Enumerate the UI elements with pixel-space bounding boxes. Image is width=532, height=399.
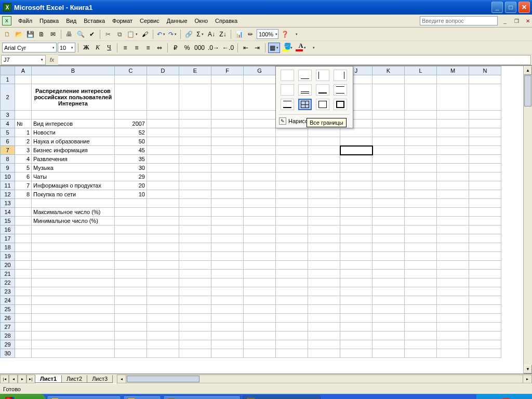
cut-icon[interactable]: ✂	[103, 29, 113, 39]
cell[interactable]: Вид интересов	[32, 119, 115, 128]
worksheet-grid[interactable]: A B C D E F G H I J K L M N 1 2 Распреде…	[0, 65, 532, 374]
column-headers[interactable]: A B C D E F G H I J K L M N	[1, 66, 501, 75]
menu-insert[interactable]: Вставка	[80, 16, 109, 25]
row-header[interactable]: 6	[1, 137, 15, 146]
cell[interactable]: 3	[15, 146, 32, 155]
row-header[interactable]: 11	[1, 181, 15, 190]
row-header[interactable]: 10	[1, 172, 15, 181]
cell[interactable]: Распределение интересов российских польз…	[32, 84, 115, 111]
window-maximize-button[interactable]: □	[505, 2, 516, 13]
print-icon[interactable]: 🖶	[64, 29, 74, 39]
row-header[interactable]: 16	[1, 225, 15, 234]
row-header[interactable]: 2	[1, 84, 15, 111]
mdi-close[interactable]: ✕	[524, 17, 532, 24]
align-left-icon[interactable]: ≡	[120, 43, 130, 53]
border-right-icon[interactable]	[334, 70, 347, 81]
row-header[interactable]: 20	[1, 261, 15, 270]
cell[interactable]: 29	[115, 172, 147, 181]
cell[interactable]: 8	[15, 190, 32, 199]
menu-tools[interactable]: Сервис	[136, 16, 163, 25]
open-icon[interactable]: 📂	[14, 29, 24, 39]
permission-icon[interactable]: 🗎	[36, 29, 47, 39]
cell[interactable]: 2007	[115, 119, 147, 128]
mdi-restore[interactable]: ❐	[512, 17, 521, 24]
col-header[interactable]: D	[147, 66, 179, 75]
row-header[interactable]: 26	[1, 314, 15, 323]
col-header[interactable]: B	[32, 66, 115, 75]
scroll-up-icon[interactable]: ▲	[524, 66, 532, 75]
percent-icon[interactable]: %	[182, 43, 192, 53]
row-header[interactable]: 30	[1, 349, 15, 358]
cell[interactable]: 10	[115, 190, 147, 199]
border-none-icon[interactable]	[281, 70, 294, 81]
row-header[interactable]: 15	[1, 217, 15, 225]
row-header[interactable]: 23	[1, 287, 15, 296]
menu-help[interactable]: Справка	[211, 16, 241, 25]
cell[interactable]: 4	[15, 155, 32, 164]
email-icon[interactable]: ✉	[48, 29, 58, 39]
scroll-thumb[interactable]	[524, 75, 531, 107]
row-header[interactable]: 28	[1, 331, 15, 340]
col-header[interactable]: E	[179, 66, 211, 75]
copy-icon[interactable]: ⧉	[114, 29, 125, 39]
align-right-icon[interactable]: ≡	[143, 43, 153, 53]
tab-next-icon[interactable]: ▸	[18, 375, 26, 383]
sheet-tab[interactable]: Лист3	[87, 375, 113, 383]
menu-format[interactable]: Формат	[109, 16, 136, 25]
row-header[interactable]: 14	[1, 208, 15, 217]
border-outside-icon[interactable]	[316, 99, 329, 110]
menu-data[interactable]: Данные	[163, 16, 191, 25]
undo-icon[interactable]: ↶▾	[156, 29, 166, 39]
cell[interactable]: 5	[15, 164, 32, 172]
chart-wizard-icon[interactable]: 📊	[234, 29, 244, 39]
scroll-down-icon[interactable]: ▼	[524, 365, 532, 374]
cell[interactable]: Новости	[32, 128, 115, 137]
row-header[interactable]: 1	[1, 75, 15, 84]
currency-icon[interactable]: ₽	[170, 43, 181, 53]
window-close-button[interactable]: ✕	[518, 2, 530, 13]
col-header[interactable]: M	[437, 66, 469, 75]
sheet-tab[interactable]: Лист1	[35, 375, 62, 383]
row-header[interactable]: 18	[1, 243, 15, 252]
row-header[interactable]: 27	[1, 323, 15, 331]
tab-first-icon[interactable]: |◂	[0, 375, 9, 383]
row-header[interactable]: 19	[1, 252, 15, 261]
cell[interactable]: 7	[15, 181, 32, 190]
row-header[interactable]: 4	[1, 119, 15, 128]
font-color-button[interactable]: A▾	[295, 43, 307, 53]
border-thick-box-icon[interactable]	[334, 99, 347, 110]
cell[interactable]: Покупка по сети	[32, 190, 115, 199]
drawing-icon[interactable]: ✏	[245, 29, 256, 39]
active-cell[interactable]	[340, 146, 373, 155]
system-tray[interactable]: RU K 16:13	[476, 394, 532, 399]
border-bottom-icon[interactable]	[298, 70, 312, 81]
border-left-icon[interactable]	[316, 70, 329, 81]
italic-icon[interactable]: К	[92, 43, 103, 53]
col-header[interactable]: L	[405, 66, 437, 75]
border-bottom-double-icon[interactable]	[298, 84, 312, 96]
row-header[interactable]: 12	[1, 190, 15, 199]
taskbar-item[interactable]: Работа	[123, 395, 161, 399]
spelling-icon[interactable]: ✔	[87, 29, 97, 39]
tab-prev-icon[interactable]: ◂	[9, 375, 18, 383]
cell[interactable]: 2	[15, 137, 32, 146]
scroll-right-icon[interactable]: ▸	[523, 375, 531, 383]
row-header[interactable]: 24	[1, 296, 15, 305]
name-box[interactable]: J7▾	[1, 55, 46, 65]
draw-border-icon[interactable]: ✎	[279, 117, 286, 125]
cell[interactable]: Развлечения	[32, 155, 115, 164]
cell[interactable]: 6	[15, 172, 32, 181]
paste-icon[interactable]: 📋▾	[126, 29, 139, 39]
formula-input[interactable]	[58, 55, 531, 65]
cell[interactable]: 45	[115, 146, 147, 155]
row-header[interactable]: 29	[1, 340, 15, 349]
cell[interactable]: 1	[15, 128, 32, 137]
border-all-icon[interactable]	[298, 99, 312, 110]
row-header[interactable]: 5	[1, 128, 15, 137]
cell[interactable]: 50	[115, 137, 147, 146]
format-painter-icon[interactable]: 🖌	[140, 29, 150, 39]
decrease-indent-icon[interactable]: ⇤	[241, 43, 251, 53]
row-header[interactable]: 17	[1, 234, 15, 243]
menu-view[interactable]: Вид	[62, 16, 80, 25]
row-header[interactable]: 21	[1, 270, 15, 278]
